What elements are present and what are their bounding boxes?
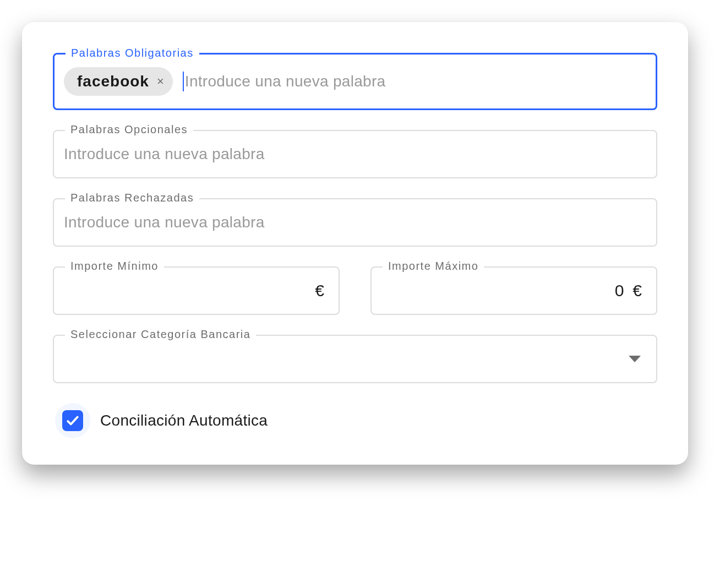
mandatory-words-field[interactable]: Palabras Obligatorias facebook ×: [53, 53, 657, 110]
max-amount-legend: Importe Máximo: [383, 260, 484, 273]
auto-reconcile-label: Conciliación Automática: [100, 412, 268, 429]
optional-words-legend: Palabras Opcionales: [65, 123, 193, 136]
word-chip-label: facebook: [77, 73, 149, 90]
optional-words-field[interactable]: Palabras Opcionales: [53, 130, 657, 178]
chevron-down-icon: [629, 356, 641, 362]
amount-row: Importe Mínimo € Importe Máximo €: [53, 266, 657, 315]
max-amount-field[interactable]: Importe Máximo €: [370, 266, 657, 315]
currency-symbol: €: [628, 281, 646, 300]
rejected-words-legend: Palabras Rechazadas: [65, 192, 199, 204]
auto-reconcile-row: Conciliación Automática: [53, 403, 657, 438]
bank-category-select[interactable]: Seleccionar Categoría Bancaria: [53, 335, 657, 383]
rejected-words-input[interactable]: [64, 214, 646, 231]
remove-chip-icon[interactable]: ×: [157, 75, 164, 88]
min-amount-field[interactable]: Importe Mínimo €: [53, 266, 340, 315]
mandatory-words-input[interactable]: [185, 73, 646, 90]
currency-symbol: €: [310, 281, 329, 300]
min-amount-legend: Importe Mínimo: [65, 260, 164, 273]
auto-reconcile-checkbox[interactable]: [55, 403, 90, 438]
bank-category-legend: Seleccionar Categoría Bancaria: [65, 328, 256, 341]
max-amount-input[interactable]: [381, 281, 628, 300]
rejected-words-field[interactable]: Palabras Rechazadas: [53, 198, 657, 247]
form-card: Palabras Obligatorias facebook × Palabra…: [22, 22, 688, 465]
text-caret: [183, 72, 184, 91]
word-chip[interactable]: facebook ×: [64, 67, 173, 96]
mandatory-words-legend: Palabras Obligatorias: [66, 47, 199, 59]
optional-words-input[interactable]: [64, 145, 646, 163]
min-amount-input[interactable]: [64, 281, 310, 300]
checkbox-checked-icon: [62, 410, 83, 431]
